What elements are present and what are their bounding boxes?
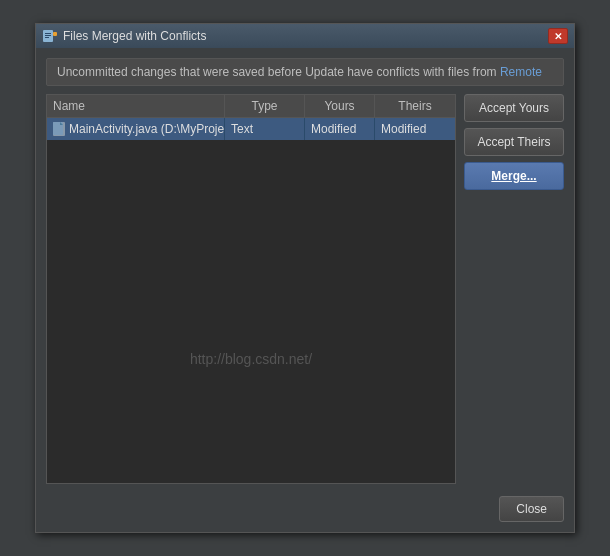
cell-type: Text xyxy=(225,118,305,140)
cell-yours: Modified xyxy=(305,118,375,140)
window-title: Files Merged with Conflicts xyxy=(63,29,548,43)
table-header: Name Type Yours Theirs xyxy=(47,95,455,118)
window-icon xyxy=(42,28,58,44)
col-header-yours: Yours xyxy=(305,95,375,117)
table-body: MainActivity.java (D:\MyProject\Tes Text… xyxy=(47,118,455,483)
cell-name: MainActivity.java (D:\MyProject\Tes xyxy=(47,118,225,140)
title-bar: Files Merged with Conflicts ✕ xyxy=(36,24,574,48)
main-window: Files Merged with Conflicts ✕ Uncommitte… xyxy=(35,23,575,533)
close-window-button[interactable]: ✕ xyxy=(548,28,568,44)
footer: Close xyxy=(46,492,564,522)
col-header-type: Type xyxy=(225,95,305,117)
window-content: Uncommitted changes that were saved befo… xyxy=(36,48,574,532)
button-panel: Accept Yours Accept Theirs Merge... xyxy=(464,94,564,484)
cell-name-text: MainActivity.java (D:\MyProject\Tes xyxy=(69,122,225,136)
close-button[interactable]: Close xyxy=(499,496,564,522)
info-highlight: Remote xyxy=(500,65,542,79)
merge-button[interactable]: Merge... xyxy=(464,162,564,190)
file-icon xyxy=(53,122,65,136)
main-area: Name Type Yours Theirs xyxy=(46,94,564,484)
col-header-name: Name xyxy=(47,95,225,117)
info-bar: Uncommitted changes that were saved befo… xyxy=(46,58,564,86)
col-header-theirs: Theirs xyxy=(375,95,455,117)
svg-rect-4 xyxy=(53,32,57,36)
info-text: Uncommitted changes that were saved befo… xyxy=(57,65,497,79)
accept-yours-button[interactable]: Accept Yours xyxy=(464,94,564,122)
table-row[interactable]: MainActivity.java (D:\MyProject\Tes Text… xyxy=(47,118,455,140)
svg-rect-1 xyxy=(45,33,51,34)
table-area: Name Type Yours Theirs xyxy=(46,94,456,484)
cell-theirs: Modified xyxy=(375,118,455,140)
svg-rect-3 xyxy=(45,37,49,38)
svg-rect-2 xyxy=(45,35,51,36)
accept-theirs-button[interactable]: Accept Theirs xyxy=(464,128,564,156)
